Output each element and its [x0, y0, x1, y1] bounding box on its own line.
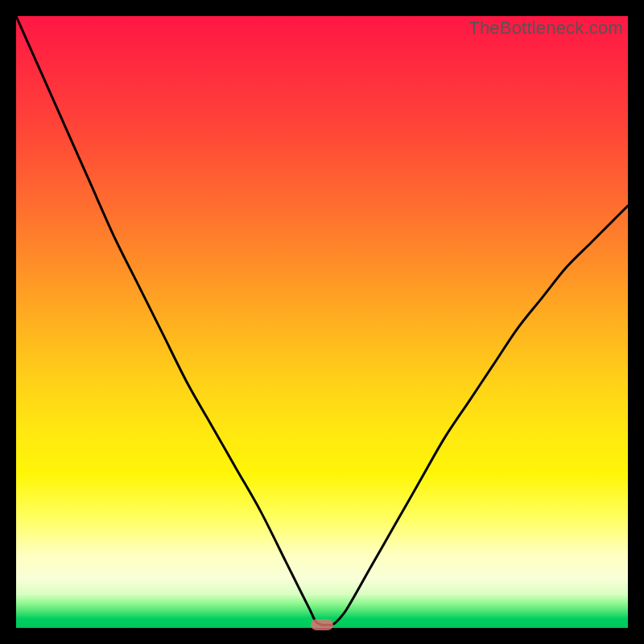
watermark-label: TheBottleneck.com	[469, 18, 623, 39]
minimum-marker	[311, 619, 333, 630]
bottleneck-curve	[16, 16, 628, 628]
plot-area: TheBottleneck.com	[16, 16, 628, 628]
chart-frame: TheBottleneck.com	[0, 0, 644, 644]
